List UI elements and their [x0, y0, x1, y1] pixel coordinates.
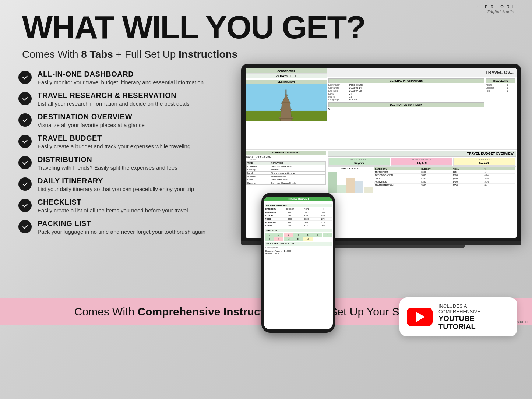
ss-data-startdate: Start Date 2023-06-14: [328, 86, 484, 89]
ss-destination-label: DESTINATION: [246, 80, 327, 84]
ss-right-panel: TRAVEL OV... GENERAL INFORMATIONS Destin…: [327, 68, 517, 149]
ss-bt-row-3: FOOD $400 $500 27%: [374, 177, 515, 180]
ss-metric-initial-val: $3,000: [330, 161, 389, 165]
feature-desc-4: Easily create a budget and track your ex…: [38, 143, 190, 149]
youtube-badge[interactable]: INCLUDES A COMPREHENSIVE YOUTUBE TUTORIA…: [399, 297, 517, 336]
ss-itin-day: DAY 2 June 15, 2023: [246, 155, 326, 158]
phone-currency-data: Exchange Rate: 1 = 1.120094 Amount: 100.…: [265, 250, 332, 255]
feature-title-4: TRAVEL BUDGET: [38, 134, 190, 142]
feature-text-3: DESTINATION OVERVIEW Visualize all your …: [38, 113, 145, 128]
ss-bar-chart: [328, 170, 373, 193]
page-title: WHAT WILL YOU GET?: [0, 0, 532, 43]
phone-row-3: FOOD $400 $500 27%: [265, 218, 332, 221]
check-icon-8: [18, 220, 32, 233]
ss-itin-row-6: Evening Go in the Champs Élysée: [247, 181, 326, 184]
ss-travelers-header: TRAVELERS: [486, 78, 515, 83]
phone-row-2: ACCOM. $800 $800 43%: [265, 214, 332, 218]
subtitle-middle: + Full Set Up: [113, 49, 179, 60]
feature-desc-6: List your daily itinerary so that you ca…: [38, 186, 194, 192]
feature-item-5: DISTRIBUTION Traveling with friends? Eas…: [18, 153, 247, 173]
phone-currency-note: Exchange Rate: [265, 246, 332, 250]
svg-rect-12: [281, 109, 292, 110]
feature-title-1: ALL-IN-ONE DASHBOARD: [38, 70, 204, 78]
check-icon-2: [18, 92, 32, 105]
ss-left-panel: COUNTDOWN 27 DAYS LEFT DESTINATION: [246, 68, 327, 149]
ss-metric-left-val: $1,125: [455, 161, 514, 165]
feature-desc-2: List all your research information and d…: [38, 100, 190, 107]
ss-chart-label: BUDGET vs REAL: [328, 167, 373, 170]
ss-bar-4: [355, 181, 363, 193]
ss-data-pets: Pets 0: [486, 89, 515, 92]
feature-desc-5: Traveling with friends? Easily split the…: [38, 165, 177, 171]
youtube-text: INCLUDES A COMPREHENSIVE YOUTUBE TUTORIA…: [438, 303, 510, 331]
phone-mockup: TRAVEL BUDGET BUDGET SUMMARY CATEGORY BU…: [261, 193, 335, 333]
check-icon-3: [18, 113, 32, 127]
ss-bt-row-2: ACCOMODATION $800 $800 43%: [374, 174, 515, 177]
phone-screen: TRAVEL BUDGET BUDGET SUMMARY CATEGORY BU…: [264, 197, 333, 329]
brand-subtitle: Digital Studio: [477, 9, 525, 15]
ss-budget-content: BUDGET vs REAL: [328, 167, 516, 193]
ss-bt-row-1: TRANSPORT $500 $25 1%: [374, 170, 515, 174]
ss-itin-th-time: TIME: [247, 161, 270, 165]
ss-metric-total-val: $1,875: [392, 161, 451, 165]
ss-bar-1: [328, 172, 337, 193]
ss-data-language: Language French: [328, 98, 484, 101]
feature-item-8: PACKING LIST Pack your luggage in no tim…: [18, 217, 247, 237]
feature-text-6: DAILY ITINERARY List your daily itinerar…: [38, 177, 194, 192]
feature-desc-3: Visualize all your favorite places at a …: [38, 122, 145, 128]
phone-row-header: CATEGORY BUDGET REAL %: [265, 208, 332, 211]
subtitle-prefix: Comes With: [22, 49, 81, 60]
check-icon-5: [18, 156, 32, 169]
phone-calendar-grid: 1 2 3 4 5 6 7 8 9 10 11: [265, 233, 332, 241]
ss-itin-weekday: Thursday: [246, 158, 326, 160]
ss-bar-3: [346, 178, 355, 193]
phone-calendar: 1 2 3 4 5 6 7 8 9 10 11: [265, 233, 332, 241]
ss-general-info-header: GENERAL INFORMATIONS: [328, 78, 484, 83]
ss-data-children: Children 0: [486, 86, 515, 89]
youtube-play-button[interactable]: [407, 308, 433, 326]
ss-itin-header: ITINERARY SUMMARY: [246, 151, 326, 155]
ss-itin-th-activity: ACTIVITIES: [270, 161, 326, 165]
svg-rect-11: [279, 117, 293, 118]
ss-data-enddate: End Date 2023-07-08: [328, 89, 484, 92]
ss-data-days: Days 24: [328, 92, 484, 95]
ss-itin-row-3: Lunch Find a restaurant in town: [247, 171, 326, 174]
ss-budget-header: TRAVEL BUDGET OVERVIEW: [328, 151, 516, 157]
ss-budget-area: TRAVEL BUDGET OVERVIEW INITIAL BUDGET $3…: [327, 150, 517, 238]
feature-desc-1: Easily monitor your travel budget, itine…: [38, 79, 204, 85]
feature-item-1: ALL-IN-ONE DASHBOARD Easily monitor your…: [18, 68, 247, 88]
phone-row-1: TRANSPORT $500 $25 1%: [265, 211, 332, 214]
ss-metric-initial: INITIAL BUDGET $3,000: [328, 158, 390, 166]
ss-itin-row-5: Diner Diner at the hotel: [247, 178, 326, 181]
svg-rect-13: [282, 103, 290, 104]
phone-row-4: ACTIVITIES $800 $400 21%: [265, 221, 332, 224]
ss-data-destination: Destination Paris, France: [328, 84, 484, 86]
ss-eiffel-image: [246, 84, 327, 121]
brand-dots: · PRIORI ·: [477, 4, 525, 9]
bottom-banner-prefix: Comes With: [74, 306, 138, 318]
ss-info-grid: GENERAL INFORMATIONS Destination Paris, …: [327, 77, 517, 148]
ss-budget-table: CATEGORY BUDGET REAL % TRANSPORT $: [374, 167, 515, 193]
ss-bt-row-4: ACTIVITIES $800 $400 21%: [374, 180, 515, 184]
feature-text-1: ALL-IN-ONE DASHBOARD Easily monitor your…: [38, 70, 204, 85]
feature-title-6: DAILY ITINERARY: [38, 177, 194, 185]
feature-title-7: CHECKLIST: [38, 198, 188, 206]
ss-bar-2: [337, 185, 345, 193]
page-content: · PRIORI · Digital Studio WHAT WILL YOU …: [0, 0, 532, 325]
check-icon-4: [18, 135, 32, 148]
screenshots-col: COUNTDOWN 27 DAYS LEFT DESTINATION: [254, 68, 514, 325]
ss-general-info: GENERAL INFORMATIONS Destination Paris, …: [328, 78, 484, 146]
phone-header: TRAVEL BUDGET: [264, 197, 333, 201]
feature-title-3: DESTINATION OVERVIEW: [38, 113, 145, 121]
check-icon-6: [18, 177, 32, 191]
phone-row-5: ADMIN $500 $150 8%: [265, 224, 332, 227]
ss-itin-row-4: Afternoon Eiffel tower visit: [247, 174, 326, 178]
ss-bt-header: CATEGORY BUDGET REAL %: [374, 167, 515, 170]
subtitle-instructions: Instructions: [179, 49, 237, 60]
ss-data-adults: Adults 2: [486, 84, 515, 86]
ss-bt-row-5: ADMINISTRATION $500 $150 8%: [374, 184, 515, 187]
ss-chart-area: BUDGET vs REAL: [328, 167, 373, 193]
ss-data-nights: Nights 32: [328, 95, 484, 98]
feature-desc-8: Pack your luggage in no time and never f…: [38, 229, 205, 235]
ss-travelers-panel: TRAVELERS Adults 2 Children 0: [486, 78, 515, 146]
